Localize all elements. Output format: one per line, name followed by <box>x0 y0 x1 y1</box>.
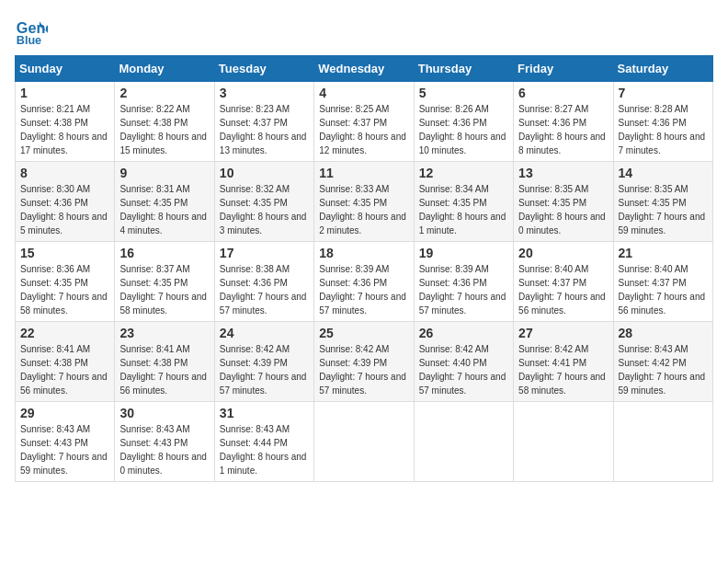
day-number: 25 <box>319 326 408 340</box>
day-cell-15: 15Sunrise: 8:36 AMSunset: 4:35 PMDayligh… <box>16 242 115 322</box>
page-header: General Blue <box>15 15 713 48</box>
day-number: 23 <box>119 326 209 340</box>
day-number: 3 <box>220 86 309 100</box>
day-cell-20: 20Sunrise: 8:40 AMSunset: 4:37 PMDayligh… <box>514 242 613 322</box>
day-number: 16 <box>119 246 209 260</box>
empty-cell <box>414 402 513 482</box>
day-number: 13 <box>518 166 608 180</box>
weekday-header-thursday: Thursday <box>414 56 513 82</box>
day-info: Sunrise: 8:43 AMSunset: 4:44 PMDaylight:… <box>220 422 309 477</box>
day-cell-6: 6Sunrise: 8:27 AMSunset: 4:36 PMDaylight… <box>514 82 613 162</box>
day-cell-8: 8Sunrise: 8:30 AMSunset: 4:36 PMDaylight… <box>16 162 115 242</box>
day-info: Sunrise: 8:31 AMSunset: 4:35 PMDaylight:… <box>119 182 209 237</box>
logo: General Blue <box>15 15 51 48</box>
day-info: Sunrise: 8:43 AMSunset: 4:43 PMDaylight:… <box>20 422 109 477</box>
day-cell-19: 19Sunrise: 8:39 AMSunset: 4:36 PMDayligh… <box>414 242 513 322</box>
day-info: Sunrise: 8:26 AMSunset: 4:36 PMDaylight:… <box>419 102 508 157</box>
day-cell-23: 23Sunrise: 8:41 AMSunset: 4:38 PMDayligh… <box>115 322 214 402</box>
day-info: Sunrise: 8:39 AMSunset: 4:36 PMDaylight:… <box>419 262 508 317</box>
day-number: 20 <box>518 246 608 260</box>
svg-text:Blue: Blue <box>17 34 41 47</box>
day-info: Sunrise: 8:42 AMSunset: 4:41 PMDaylight:… <box>518 342 608 397</box>
day-number: 9 <box>119 166 209 180</box>
day-number: 1 <box>20 86 109 100</box>
day-number: 5 <box>419 86 508 100</box>
day-info: Sunrise: 8:41 AMSunset: 4:38 PMDaylight:… <box>119 342 209 397</box>
day-info: Sunrise: 8:35 AMSunset: 4:35 PMDaylight:… <box>619 182 708 237</box>
week-row-5: 29Sunrise: 8:43 AMSunset: 4:43 PMDayligh… <box>16 402 713 482</box>
day-number: 26 <box>419 326 508 340</box>
day-number: 29 <box>20 406 109 420</box>
day-info: Sunrise: 8:40 AMSunset: 4:37 PMDaylight:… <box>619 262 708 317</box>
day-cell-12: 12Sunrise: 8:34 AMSunset: 4:35 PMDayligh… <box>414 162 513 242</box>
day-cell-5: 5Sunrise: 8:26 AMSunset: 4:36 PMDaylight… <box>414 82 513 162</box>
day-number: 21 <box>619 246 708 260</box>
day-cell-17: 17Sunrise: 8:38 AMSunset: 4:36 PMDayligh… <box>214 242 313 322</box>
day-info: Sunrise: 8:42 AMSunset: 4:40 PMDaylight:… <box>419 342 508 397</box>
day-number: 10 <box>220 166 309 180</box>
empty-cell <box>613 402 712 482</box>
day-info: Sunrise: 8:36 AMSunset: 4:35 PMDaylight:… <box>20 262 109 317</box>
day-info: Sunrise: 8:21 AMSunset: 4:38 PMDaylight:… <box>20 102 109 157</box>
day-info: Sunrise: 8:43 AMSunset: 4:43 PMDaylight:… <box>119 422 209 477</box>
day-cell-30: 30Sunrise: 8:43 AMSunset: 4:43 PMDayligh… <box>115 402 214 482</box>
day-number: 31 <box>220 406 309 420</box>
day-info: Sunrise: 8:43 AMSunset: 4:42 PMDaylight:… <box>619 342 708 397</box>
day-number: 22 <box>20 326 109 340</box>
day-cell-26: 26Sunrise: 8:42 AMSunset: 4:40 PMDayligh… <box>414 322 513 402</box>
day-cell-16: 16Sunrise: 8:37 AMSunset: 4:35 PMDayligh… <box>115 242 214 322</box>
day-number: 27 <box>518 326 608 340</box>
day-info: Sunrise: 8:28 AMSunset: 4:36 PMDaylight:… <box>619 102 708 157</box>
day-number: 11 <box>319 166 408 180</box>
day-cell-25: 25Sunrise: 8:42 AMSunset: 4:39 PMDayligh… <box>314 322 414 402</box>
day-number: 28 <box>619 326 708 340</box>
day-info: Sunrise: 8:27 AMSunset: 4:36 PMDaylight:… <box>518 102 608 157</box>
day-info: Sunrise: 8:35 AMSunset: 4:35 PMDaylight:… <box>518 182 608 237</box>
day-cell-29: 29Sunrise: 8:43 AMSunset: 4:43 PMDayligh… <box>16 402 115 482</box>
day-cell-24: 24Sunrise: 8:42 AMSunset: 4:39 PMDayligh… <box>214 322 313 402</box>
day-number: 7 <box>619 86 708 100</box>
day-cell-3: 3Sunrise: 8:23 AMSunset: 4:37 PMDaylight… <box>214 82 313 162</box>
week-row-2: 8Sunrise: 8:30 AMSunset: 4:36 PMDaylight… <box>16 162 713 242</box>
weekday-header-tuesday: Tuesday <box>214 56 313 82</box>
day-cell-11: 11Sunrise: 8:33 AMSunset: 4:35 PMDayligh… <box>314 162 414 242</box>
day-number: 15 <box>20 246 109 260</box>
day-cell-14: 14Sunrise: 8:35 AMSunset: 4:35 PMDayligh… <box>613 162 712 242</box>
day-info: Sunrise: 8:33 AMSunset: 4:35 PMDaylight:… <box>319 182 408 237</box>
day-info: Sunrise: 8:34 AMSunset: 4:35 PMDaylight:… <box>419 182 508 237</box>
day-cell-9: 9Sunrise: 8:31 AMSunset: 4:35 PMDaylight… <box>115 162 214 242</box>
calendar-table: SundayMondayTuesdayWednesdayThursdayFrid… <box>15 55 713 482</box>
day-cell-4: 4Sunrise: 8:25 AMSunset: 4:37 PMDaylight… <box>314 82 414 162</box>
day-cell-13: 13Sunrise: 8:35 AMSunset: 4:35 PMDayligh… <box>514 162 613 242</box>
day-info: Sunrise: 8:42 AMSunset: 4:39 PMDaylight:… <box>220 342 309 397</box>
week-row-3: 15Sunrise: 8:36 AMSunset: 4:35 PMDayligh… <box>16 242 713 322</box>
day-number: 24 <box>220 326 309 340</box>
day-number: 2 <box>119 86 209 100</box>
day-info: Sunrise: 8:22 AMSunset: 4:38 PMDaylight:… <box>119 102 209 157</box>
day-cell-31: 31Sunrise: 8:43 AMSunset: 4:44 PMDayligh… <box>214 402 313 482</box>
day-cell-18: 18Sunrise: 8:39 AMSunset: 4:36 PMDayligh… <box>314 242 414 322</box>
day-cell-1: 1Sunrise: 8:21 AMSunset: 4:38 PMDaylight… <box>16 82 115 162</box>
day-cell-28: 28Sunrise: 8:43 AMSunset: 4:42 PMDayligh… <box>613 322 712 402</box>
day-info: Sunrise: 8:42 AMSunset: 4:39 PMDaylight:… <box>319 342 408 397</box>
day-info: Sunrise: 8:38 AMSunset: 4:36 PMDaylight:… <box>220 262 309 317</box>
weekday-header-wednesday: Wednesday <box>314 56 414 82</box>
day-number: 14 <box>619 166 708 180</box>
day-number: 17 <box>220 246 309 260</box>
weekday-header-friday: Friday <box>514 56 613 82</box>
day-info: Sunrise: 8:32 AMSunset: 4:35 PMDaylight:… <box>220 182 309 237</box>
day-cell-21: 21Sunrise: 8:40 AMSunset: 4:37 PMDayligh… <box>613 242 712 322</box>
day-cell-10: 10Sunrise: 8:32 AMSunset: 4:35 PMDayligh… <box>214 162 313 242</box>
logo-icon: General Blue <box>15 15 48 48</box>
week-row-1: 1Sunrise: 8:21 AMSunset: 4:38 PMDaylight… <box>16 82 713 162</box>
day-number: 30 <box>119 406 209 420</box>
day-number: 12 <box>419 166 508 180</box>
empty-cell <box>314 402 414 482</box>
weekday-header-sunday: Sunday <box>16 56 115 82</box>
day-cell-27: 27Sunrise: 8:42 AMSunset: 4:41 PMDayligh… <box>514 322 613 402</box>
day-cell-7: 7Sunrise: 8:28 AMSunset: 4:36 PMDaylight… <box>613 82 712 162</box>
day-number: 4 <box>319 86 408 100</box>
weekday-header-saturday: Saturday <box>613 56 712 82</box>
day-number: 8 <box>20 166 109 180</box>
day-info: Sunrise: 8:40 AMSunset: 4:37 PMDaylight:… <box>518 262 608 317</box>
